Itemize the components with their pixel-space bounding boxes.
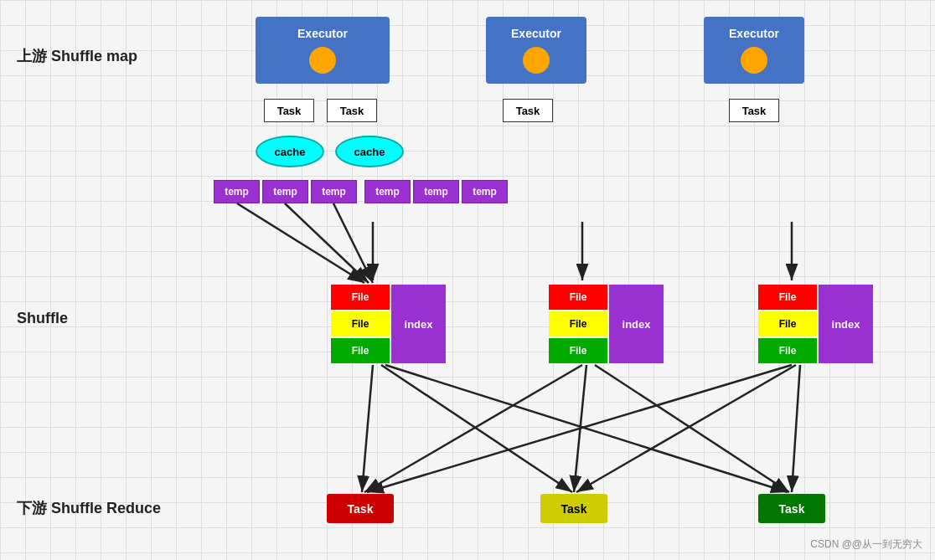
svg-line-10 xyxy=(385,365,788,492)
temp-2: temp xyxy=(262,180,308,203)
svg-line-2 xyxy=(237,203,364,283)
file-yellow-1: File xyxy=(331,311,390,337)
executor-2: Executor xyxy=(486,17,586,84)
executor-1-label: Executor xyxy=(297,27,348,40)
upstream-label: 上游 Shuffle map xyxy=(17,46,137,66)
downstream-label: 下游 Shuffle Reduce xyxy=(17,498,161,518)
temp-6: temp xyxy=(462,180,508,203)
file-green-2: File xyxy=(549,338,607,363)
watermark: CSDN @@从一到无穷大 xyxy=(810,537,922,552)
file-red-3: File xyxy=(758,285,817,310)
temp-1: temp xyxy=(214,180,260,203)
index-2: index xyxy=(609,285,664,363)
svg-line-16 xyxy=(792,365,800,492)
svg-line-4 xyxy=(333,203,373,283)
svg-line-15 xyxy=(576,365,796,492)
file-yellow-2: File xyxy=(549,311,607,337)
bottom-task-1: Task xyxy=(327,494,394,523)
cache-2: cache xyxy=(335,136,404,167)
temp-3: temp xyxy=(311,180,357,203)
task-3: Task xyxy=(503,99,553,122)
executor-2-label: Executor xyxy=(511,27,561,40)
temp-4: temp xyxy=(364,180,411,203)
temp-5: temp xyxy=(413,180,459,203)
file-yellow-3: File xyxy=(758,311,817,337)
executor-1-circle xyxy=(309,47,336,74)
svg-line-13 xyxy=(595,365,789,492)
svg-line-11 xyxy=(364,365,582,492)
bottom-task-2: Task xyxy=(540,494,607,523)
file-green-3: File xyxy=(758,338,817,363)
file-red-2: File xyxy=(549,285,607,310)
svg-line-8 xyxy=(362,365,373,492)
task-4: Task xyxy=(729,99,779,122)
task-1: Task xyxy=(264,99,314,122)
file-green-1: File xyxy=(331,338,390,363)
bottom-task-3: Task xyxy=(758,494,825,523)
executor-3: Executor xyxy=(704,17,804,84)
cache-1: cache xyxy=(256,136,324,167)
executor-1: Executor xyxy=(256,17,390,84)
executor-3-circle xyxy=(741,47,767,74)
index-1: index xyxy=(391,285,446,363)
svg-line-3 xyxy=(285,203,369,283)
svg-line-9 xyxy=(381,365,572,492)
index-3: index xyxy=(819,285,873,363)
task-2: Task xyxy=(327,99,377,122)
executor-3-label: Executor xyxy=(729,27,779,40)
svg-line-12 xyxy=(574,365,586,492)
file-red-1: File xyxy=(331,285,390,310)
shuffle-label: Shuffle xyxy=(17,310,68,327)
svg-line-14 xyxy=(367,365,792,492)
executor-2-circle xyxy=(523,47,550,74)
